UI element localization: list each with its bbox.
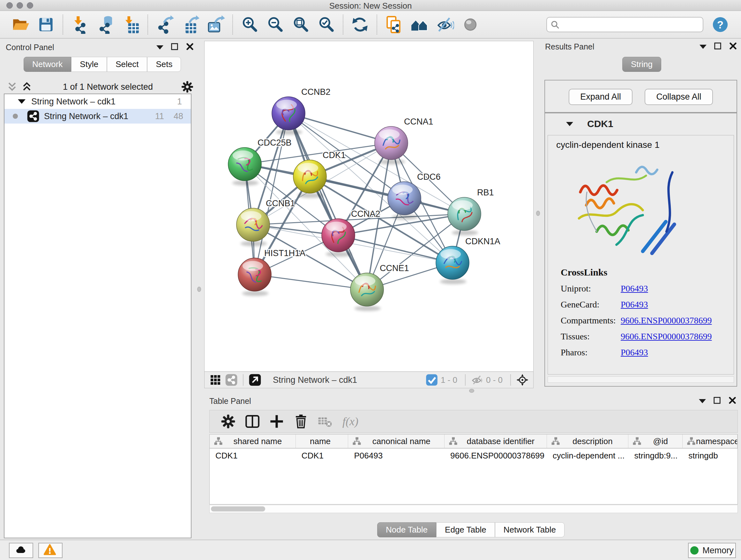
table-cell[interactable]: stringdb [683, 449, 738, 462]
network-node-HIST1H1A[interactable]: HIST1H1A [238, 248, 306, 296]
hidden-eye-icon[interactable] [471, 374, 483, 386]
hide-selected-icon[interactable] [435, 15, 454, 34]
right-splitter-handle[interactable] [536, 211, 540, 216]
tab-style[interactable]: Style [71, 57, 107, 72]
column-header-database-identifier[interactable]: database identifier [445, 435, 547, 448]
close-panel-icon[interactable] [728, 396, 737, 406]
collapse-all-networks-icon[interactable] [20, 80, 33, 93]
selected-checkbox-icon[interactable] [425, 374, 438, 386]
network-node-CCNB1[interactable]: CCNB1 [237, 199, 295, 246]
column-header-description[interactable]: description [547, 435, 629, 448]
table-cell[interactable]: CDK1 [296, 449, 348, 462]
crosslink-link[interactable]: P06493 [621, 284, 648, 294]
collection-expand-icon[interactable] [18, 99, 25, 104]
zoom-in-icon[interactable] [240, 15, 259, 34]
expand-all-button[interactable]: Expand All [569, 89, 632, 105]
column-header-namespace[interactable]: namespace [683, 435, 738, 448]
table-cell[interactable]: stringdb:9... [628, 449, 683, 462]
import-network-database-icon[interactable] [96, 15, 115, 34]
network-node-CDKN1A[interactable]: CDKN1A [436, 237, 500, 284]
cloud-status-button[interactable] [9, 543, 33, 558]
table-cell[interactable]: 9606.ENSP00000378699 [445, 449, 547, 462]
warnings-button[interactable] [38, 543, 63, 558]
network-node-CDC25B[interactable]: CDC25B [228, 138, 292, 186]
tab-sets[interactable]: Sets [147, 57, 181, 72]
import-table-icon[interactable] [122, 15, 140, 34]
network-collection-row[interactable]: String Network – cdk1 1 [4, 94, 191, 109]
new-network-from-selection-icon[interactable] [385, 15, 403, 34]
table-horizontal-scrollbar[interactable] [209, 505, 738, 513]
network-badge-icon[interactable] [225, 374, 238, 386]
close-panel-icon[interactable] [186, 43, 194, 52]
left-splitter-handle[interactable] [197, 287, 201, 292]
search-box[interactable] [546, 17, 703, 32]
detach-view-icon[interactable] [249, 374, 261, 386]
birdseye-toggle-icon[interactable] [516, 374, 529, 386]
function-builder-icon[interactable]: f(x) [342, 415, 358, 428]
results-scrollbar[interactable] [548, 376, 734, 383]
column-header-canonical-name[interactable]: canonical name [348, 435, 445, 448]
panel-menu-icon[interactable] [156, 45, 163, 50]
protein-header[interactable]: CDK1 [545, 113, 737, 134]
table-cell[interactable]: cyclin-dependent ... [547, 449, 629, 462]
expand-all-networks-icon[interactable] [6, 80, 18, 93]
tab-network[interactable]: Network [23, 57, 71, 72]
import-network-file-icon[interactable] [71, 15, 89, 34]
open-session-icon[interactable] [11, 15, 30, 34]
table-row[interactable]: CDK1CDK1P064939606.ENSP00000378699cyclin… [210, 449, 738, 462]
zoom-out-icon[interactable] [266, 15, 284, 34]
network-canvas[interactable]: CCNB2CCNA1CDC25BCDK1CDC6RB1CCNB1CCNA2CDK… [205, 41, 533, 371]
shared-column-icon [448, 436, 458, 446]
export-table-icon[interactable] [181, 15, 199, 34]
float-panel-icon[interactable] [713, 396, 721, 406]
tab-select[interactable]: Select [107, 57, 147, 72]
crosslink-link[interactable]: 9606.ENSP00000378699 [621, 315, 712, 326]
export-image-icon[interactable] [206, 15, 225, 34]
crosslink-link[interactable]: 9606.ENSP00000378699 [621, 331, 712, 341]
tab-edge-table[interactable]: Edge Table [436, 522, 495, 537]
scrollbar-thumb[interactable] [211, 506, 265, 511]
export-network-icon[interactable] [155, 15, 174, 34]
add-column-icon[interactable] [269, 414, 285, 429]
panel-menu-icon[interactable] [699, 399, 706, 403]
first-neighbors-icon[interactable] [410, 15, 428, 34]
show-all-icon[interactable] [461, 15, 480, 34]
float-panel-icon[interactable] [171, 43, 179, 52]
edge-CCNB2-CCNE1[interactable] [288, 113, 367, 290]
tab-node-table[interactable]: Node Table [377, 522, 436, 537]
column-header-shared-name[interactable]: shared name [210, 435, 296, 448]
panel-menu-icon[interactable] [699, 45, 706, 49]
apply-layout-icon[interactable] [351, 15, 369, 34]
help-icon[interactable]: ? [712, 16, 729, 33]
delete-table-icon[interactable] [317, 414, 333, 429]
collapse-all-button[interactable]: Collapse All [645, 89, 713, 105]
table-cell[interactable]: P06493 [348, 449, 445, 462]
close-panel-icon[interactable] [729, 42, 737, 51]
float-panel-icon[interactable] [714, 42, 722, 51]
zoom-fit-icon[interactable] [291, 15, 310, 34]
network-node-RB1[interactable]: RB1 [448, 188, 494, 235]
column-header-name[interactable]: name [296, 435, 348, 448]
search-input[interactable] [560, 18, 699, 31]
show-columns-icon[interactable] [245, 414, 260, 429]
crosslink-link[interactable]: P06493 [621, 300, 648, 310]
column-header-@id[interactable]: @id [628, 435, 683, 448]
network-options-gear-icon[interactable] [181, 80, 194, 94]
protein-collapse-icon[interactable] [566, 122, 573, 126]
table-cell[interactable]: CDK1 [210, 449, 296, 462]
table-options-gear-icon[interactable] [220, 414, 236, 429]
memory-button[interactable]: Memory [688, 543, 736, 558]
network-node-CCNA1[interactable]: CCNA1 [375, 117, 433, 165]
edge-HIST1H1A-CCNE1[interactable] [255, 274, 367, 290]
tab-network-table[interactable]: Network Table [495, 522, 564, 537]
bottom-splitter-handle[interactable] [469, 389, 474, 393]
delete-column-icon[interactable] [293, 414, 309, 429]
network-row[interactable]: String Network – cdk1 11 48 [4, 109, 191, 124]
network-node-CCNB2[interactable]: CCNB2 [272, 87, 331, 135]
save-session-icon[interactable] [37, 15, 55, 34]
zoom-selected-icon[interactable] [317, 15, 335, 34]
crosslink-link[interactable]: P06493 [621, 348, 648, 358]
grid-view-icon[interactable] [209, 374, 222, 386]
node-label: CCNB1 [266, 199, 295, 208]
tab-string[interactable]: String [622, 57, 661, 72]
